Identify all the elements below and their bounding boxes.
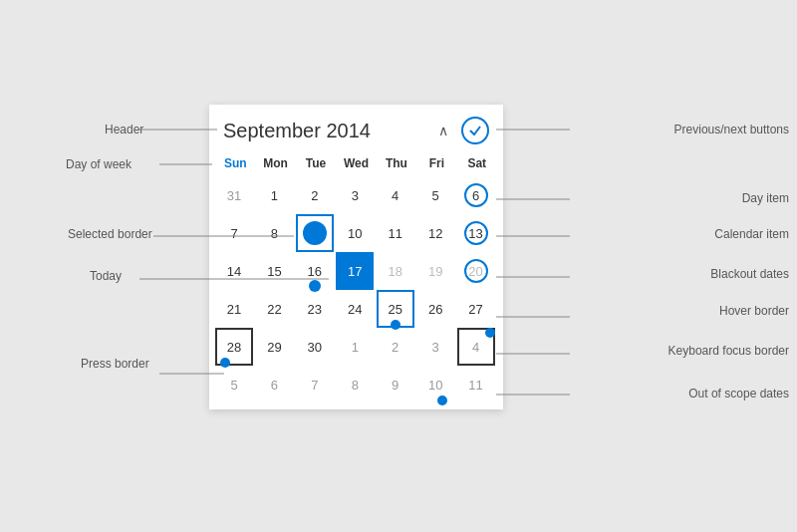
day-header-sat: Sat (457, 152, 497, 174)
header-buttons: ∧ (429, 117, 489, 144)
day-cell-31-prev[interactable]: 31 (215, 176, 253, 214)
annotation-selected-border: Selected border (68, 227, 152, 241)
annotation-keyboard-focus: Keyboard focus border (668, 344, 789, 358)
day-cell-11-next[interactable]: 11 (457, 366, 495, 403)
annotation-day-of-week: Day of week (66, 157, 132, 171)
day-cell-8[interactable]: 8 (255, 214, 293, 252)
day-cell-15[interactable]: 15 (255, 252, 293, 290)
day-cell-9-next[interactable]: 9 (377, 366, 414, 403)
day-cell-4-focus[interactable]: 4 (457, 328, 495, 366)
day-cell-2[interactable]: 2 (296, 176, 334, 214)
day-cell-11[interactable]: 11 (377, 214, 414, 252)
day-cell-3[interactable]: 3 (336, 176, 374, 214)
day-header-fri: Fri (416, 152, 456, 174)
day-cell-23[interactable]: 23 (296, 290, 334, 328)
month-year-title: September 2014 (223, 120, 371, 142)
annotation-prev-next: Previous/next buttons (674, 123, 789, 136)
day-cell-7[interactable]: 7 (215, 214, 253, 252)
next-button[interactable] (461, 117, 489, 144)
blackout-circle (464, 259, 488, 283)
day-cell-27[interactable]: 27 (457, 290, 495, 328)
day-cell-16[interactable]: 16 (296, 252, 334, 290)
annotation-press-border: Press border (81, 357, 149, 371)
day-cell-9[interactable]: 9 (296, 214, 334, 252)
day-cell-30[interactable]: 30 (296, 328, 334, 366)
day-cell-18-blackout: 18 (377, 252, 414, 290)
day-cell-19-blackout: 19 (416, 252, 454, 290)
calendar: September 2014 ∧ Sun Mon Tue Wed Thu Fri… (209, 105, 503, 409)
day-cell-25[interactable]: 25 (377, 290, 414, 328)
check-icon (468, 124, 482, 137)
day-header-mon: Mon (255, 152, 295, 174)
day-headers-row: Sun Mon Tue Wed Thu Fri Sat (215, 152, 497, 174)
day-cell-24[interactable]: 24 (336, 290, 374, 328)
day-cell-5[interactable]: 5 (416, 176, 454, 214)
day-cell-10-next[interactable]: 10 (416, 366, 454, 403)
day-item-circle (464, 183, 488, 207)
calendar-header: September 2014 ∧ (209, 105, 503, 152)
prev-button[interactable]: ∧ (429, 117, 457, 144)
day-cell-21[interactable]: 21 (215, 290, 253, 328)
day-cell-7-next[interactable]: 7 (296, 366, 334, 403)
day-cell-2-next[interactable]: 2 (377, 328, 414, 366)
day-cell-20-blackout: 20 (457, 252, 495, 290)
calendar-item-circle (464, 221, 488, 245)
annotation-today: Today (90, 269, 122, 283)
day-cell-5-next[interactable]: 5 (215, 366, 253, 403)
day-header-sun: Sun (215, 152, 255, 174)
day-cell-12[interactable]: 12 (416, 214, 454, 252)
day-cell-1[interactable]: 1 (255, 176, 293, 214)
annotation-blackout: Blackout dates (710, 267, 789, 281)
selected-dot (303, 221, 327, 245)
day-cell-26[interactable]: 26 (416, 290, 454, 328)
annotation-header: Header (105, 123, 143, 136)
day-cell-17-today[interactable]: 17 (336, 252, 374, 290)
day-cell-4[interactable]: 4 (377, 176, 414, 214)
day-header-thu: Thu (377, 152, 416, 174)
calendar-grid: Sun Mon Tue Wed Thu Fri Sat 31 1 2 3 4 5… (209, 152, 503, 409)
day-header-tue: Tue (296, 152, 336, 174)
day-cell-14[interactable]: 14 (215, 252, 253, 290)
day-cell-28[interactable]: 28 (215, 328, 253, 366)
focus-dot (485, 328, 495, 338)
day-cell-3-next[interactable]: 3 (416, 328, 454, 366)
annotation-hover: Hover border (719, 304, 789, 318)
annotation-calendar-item: Calendar item (714, 227, 789, 241)
day-header-wed: Wed (336, 152, 376, 174)
annotation-day-item: Day item (742, 191, 789, 205)
day-cell-10[interactable]: 10 (336, 214, 374, 252)
day-cell-13[interactable]: 13 (457, 214, 495, 252)
day-cell-6-next[interactable]: 6 (255, 366, 293, 403)
day-cell-1-next[interactable]: 1 (336, 328, 374, 366)
day-cell-29[interactable]: 29 (255, 328, 293, 366)
annotation-out-of-scope: Out of scope dates (688, 387, 789, 400)
outscope-dot (437, 396, 447, 405)
day-cell-6[interactable]: 6 (457, 176, 495, 214)
day-cell-8-next[interactable]: 8 (336, 366, 374, 403)
day-cell-22[interactable]: 22 (255, 290, 293, 328)
days-grid: 31 1 2 3 4 5 6 7 8 9 10 11 12 13 (215, 176, 497, 403)
